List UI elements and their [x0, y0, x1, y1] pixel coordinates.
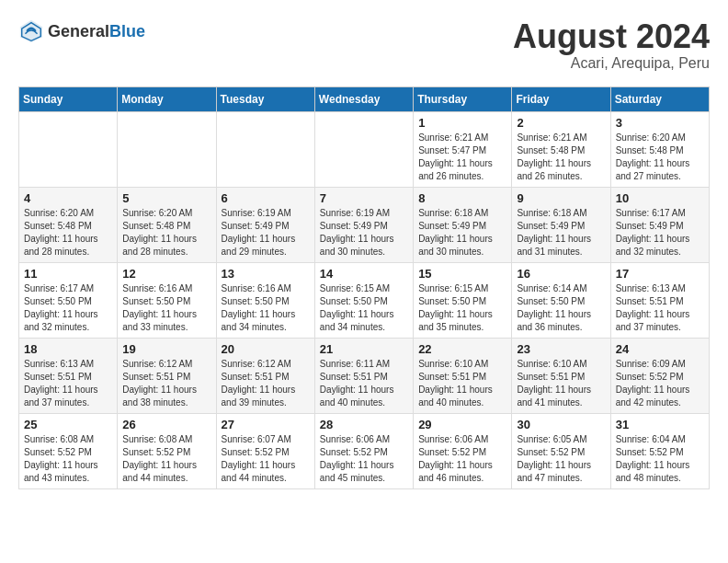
day-number: 7	[320, 191, 408, 205]
day-cell	[19, 111, 118, 187]
day-info: Sunrise: 6:20 AM Sunset: 5:48 PM Dayligh…	[24, 207, 112, 259]
day-number: 31	[616, 418, 704, 431]
day-cell: 13Sunrise: 6:16 AM Sunset: 5:50 PM Dayli…	[216, 262, 314, 338]
week-row-3: 11Sunrise: 6:17 AM Sunset: 5:50 PM Dayli…	[19, 262, 710, 338]
day-cell: 21Sunrise: 6:11 AM Sunset: 5:51 PM Dayli…	[314, 338, 413, 413]
day-number: 3	[616, 116, 704, 130]
day-info: Sunrise: 6:17 AM Sunset: 5:49 PM Dayligh…	[616, 207, 704, 259]
day-cell: 2Sunrise: 6:21 AM Sunset: 5:48 PM Daylig…	[512, 111, 610, 187]
day-info: Sunrise: 6:21 AM Sunset: 5:47 PM Dayligh…	[418, 132, 506, 183]
week-row-4: 18Sunrise: 6:13 AM Sunset: 5:51 PM Dayli…	[19, 338, 710, 413]
day-info: Sunrise: 6:08 AM Sunset: 5:52 PM Dayligh…	[122, 433, 210, 485]
svg-marker-0	[20, 20, 42, 42]
day-number: 5	[122, 191, 210, 205]
day-number: 25	[24, 418, 112, 431]
day-info: Sunrise: 6:06 AM Sunset: 5:52 PM Dayligh…	[418, 433, 506, 485]
day-cell: 27Sunrise: 6:07 AM Sunset: 5:52 PM Dayli…	[216, 413, 314, 488]
day-cell: 6Sunrise: 6:19 AM Sunset: 5:49 PM Daylig…	[216, 187, 314, 262]
day-number: 14	[320, 267, 408, 281]
day-number: 23	[517, 342, 605, 356]
day-number: 18	[24, 342, 112, 356]
day-info: Sunrise: 6:19 AM Sunset: 5:49 PM Dayligh…	[320, 207, 408, 259]
day-info: Sunrise: 6:09 AM Sunset: 5:52 PM Dayligh…	[616, 358, 704, 409]
day-number: 26	[122, 418, 210, 431]
day-cell: 1Sunrise: 6:21 AM Sunset: 5:47 PM Daylig…	[414, 111, 512, 187]
day-header-sunday: Sunday	[19, 86, 118, 111]
day-header-monday: Monday	[118, 86, 216, 111]
day-info: Sunrise: 6:20 AM Sunset: 5:48 PM Dayligh…	[616, 132, 704, 183]
day-header-saturday: Saturday	[610, 86, 709, 111]
day-cell: 8Sunrise: 6:18 AM Sunset: 5:49 PM Daylig…	[414, 187, 512, 262]
title-block: August 2024 Acari, Arequipa, Peru	[513, 18, 710, 72]
day-cell: 30Sunrise: 6:05 AM Sunset: 5:52 PM Dayli…	[512, 413, 610, 488]
day-number: 21	[320, 342, 408, 356]
day-info: Sunrise: 6:12 AM Sunset: 5:51 PM Dayligh…	[222, 358, 310, 409]
day-cell: 31Sunrise: 6:04 AM Sunset: 5:52 PM Dayli…	[610, 413, 709, 488]
day-cell: 14Sunrise: 6:15 AM Sunset: 5:50 PM Dayli…	[314, 262, 413, 338]
day-number: 13	[222, 267, 310, 281]
day-cell: 5Sunrise: 6:20 AM Sunset: 5:48 PM Daylig…	[118, 187, 216, 262]
day-info: Sunrise: 6:14 AM Sunset: 5:50 PM Dayligh…	[517, 282, 605, 334]
day-cell	[216, 111, 314, 187]
week-row-2: 4Sunrise: 6:20 AM Sunset: 5:48 PM Daylig…	[19, 187, 710, 262]
day-info: Sunrise: 6:18 AM Sunset: 5:49 PM Dayligh…	[517, 207, 605, 259]
day-cell: 15Sunrise: 6:15 AM Sunset: 5:50 PM Dayli…	[414, 262, 512, 338]
day-number: 20	[222, 342, 310, 356]
day-cell: 26Sunrise: 6:08 AM Sunset: 5:52 PM Dayli…	[118, 413, 216, 488]
calendar-title: August 2024	[513, 18, 710, 55]
day-cell: 24Sunrise: 6:09 AM Sunset: 5:52 PM Dayli…	[610, 338, 709, 413]
day-number: 28	[320, 418, 408, 431]
day-cell: 9Sunrise: 6:18 AM Sunset: 5:49 PM Daylig…	[512, 187, 610, 262]
day-cell: 25Sunrise: 6:08 AM Sunset: 5:52 PM Dayli…	[19, 413, 118, 488]
day-info: Sunrise: 6:15 AM Sunset: 5:50 PM Dayligh…	[418, 282, 506, 334]
day-info: Sunrise: 6:16 AM Sunset: 5:50 PM Dayligh…	[222, 282, 310, 334]
day-header-tuesday: Tuesday	[216, 86, 314, 111]
day-cell: 10Sunrise: 6:17 AM Sunset: 5:49 PM Dayli…	[610, 187, 709, 262]
day-number: 30	[517, 418, 605, 431]
day-info: Sunrise: 6:08 AM Sunset: 5:52 PM Dayligh…	[24, 433, 112, 485]
day-cell: 22Sunrise: 6:10 AM Sunset: 5:51 PM Dayli…	[414, 338, 512, 413]
logo-blue: Blue	[109, 22, 145, 40]
day-cell: 11Sunrise: 6:17 AM Sunset: 5:50 PM Dayli…	[19, 262, 118, 338]
day-number: 27	[222, 418, 310, 431]
calendar-location: Acari, Arequipa, Peru	[513, 55, 710, 72]
day-cell: 3Sunrise: 6:20 AM Sunset: 5:48 PM Daylig…	[610, 111, 709, 187]
day-number: 19	[122, 342, 210, 356]
day-cell: 28Sunrise: 6:06 AM Sunset: 5:52 PM Dayli…	[314, 413, 413, 488]
logo-icon	[18, 18, 44, 44]
day-number: 29	[418, 418, 506, 431]
day-info: Sunrise: 6:05 AM Sunset: 5:52 PM Dayligh…	[517, 433, 605, 485]
logo: GeneralBlue	[18, 18, 145, 44]
calendar-table: SundayMondayTuesdayWednesdayThursdayFrid…	[18, 86, 710, 489]
header-row: SundayMondayTuesdayWednesdayThursdayFrid…	[19, 86, 710, 111]
day-info: Sunrise: 6:07 AM Sunset: 5:52 PM Dayligh…	[222, 433, 310, 485]
day-info: Sunrise: 6:11 AM Sunset: 5:51 PM Dayligh…	[320, 358, 408, 409]
day-cell: 29Sunrise: 6:06 AM Sunset: 5:52 PM Dayli…	[414, 413, 512, 488]
day-header-friday: Friday	[512, 86, 610, 111]
day-number: 10	[616, 191, 704, 205]
day-number: 6	[222, 191, 310, 205]
day-cell: 17Sunrise: 6:13 AM Sunset: 5:51 PM Dayli…	[610, 262, 709, 338]
day-number: 9	[517, 191, 605, 205]
day-cell: 12Sunrise: 6:16 AM Sunset: 5:50 PM Dayli…	[118, 262, 216, 338]
day-cell: 23Sunrise: 6:10 AM Sunset: 5:51 PM Dayli…	[512, 338, 610, 413]
day-number: 11	[24, 267, 112, 281]
day-number: 16	[517, 267, 605, 281]
day-number: 4	[24, 191, 112, 205]
day-header-wednesday: Wednesday	[314, 86, 413, 111]
day-number: 12	[122, 267, 210, 281]
day-info: Sunrise: 6:18 AM Sunset: 5:49 PM Dayligh…	[418, 207, 506, 259]
day-info: Sunrise: 6:10 AM Sunset: 5:51 PM Dayligh…	[517, 358, 605, 409]
day-cell	[118, 111, 216, 187]
day-number: 17	[616, 267, 704, 281]
day-number: 2	[517, 116, 605, 130]
day-cell: 19Sunrise: 6:12 AM Sunset: 5:51 PM Dayli…	[118, 338, 216, 413]
page-header: GeneralBlue August 2024 Acari, Arequipa,…	[18, 18, 710, 72]
day-cell: 16Sunrise: 6:14 AM Sunset: 5:50 PM Dayli…	[512, 262, 610, 338]
day-cell: 4Sunrise: 6:20 AM Sunset: 5:48 PM Daylig…	[19, 187, 118, 262]
week-row-1: 1Sunrise: 6:21 AM Sunset: 5:47 PM Daylig…	[19, 111, 710, 187]
day-info: Sunrise: 6:20 AM Sunset: 5:48 PM Dayligh…	[122, 207, 210, 259]
day-info: Sunrise: 6:17 AM Sunset: 5:50 PM Dayligh…	[24, 282, 112, 334]
week-row-5: 25Sunrise: 6:08 AM Sunset: 5:52 PM Dayli…	[19, 413, 710, 488]
day-info: Sunrise: 6:10 AM Sunset: 5:51 PM Dayligh…	[418, 358, 506, 409]
